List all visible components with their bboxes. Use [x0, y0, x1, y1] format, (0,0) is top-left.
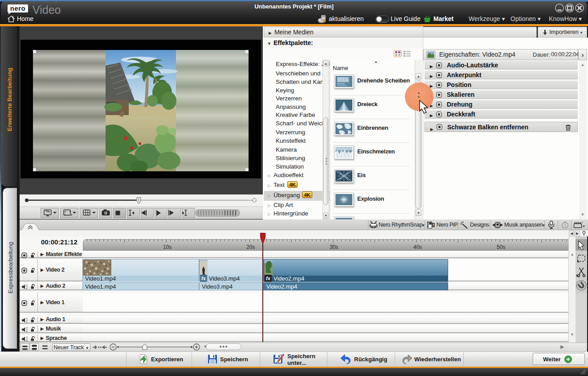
svg-text:20s: 20s — [246, 244, 255, 250]
svg-text:50s: 50s — [497, 244, 505, 250]
svg-text:10s: 10s — [163, 244, 172, 250]
svg-text:30s: 30s — [330, 244, 338, 250]
svg-text:40s: 40s — [413, 244, 422, 250]
